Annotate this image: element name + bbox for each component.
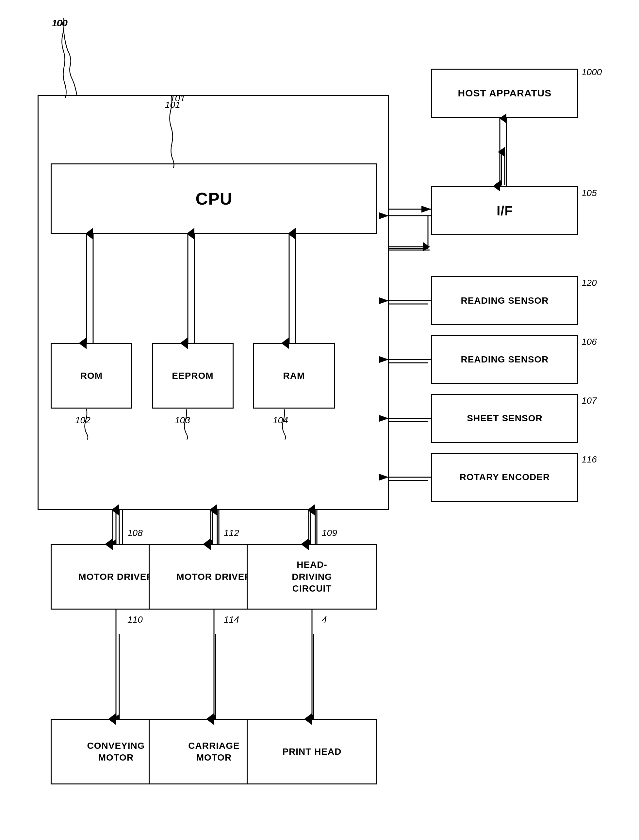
rotary-encoder-box: ROTARY ENCODER	[431, 453, 578, 502]
host-apparatus-label: HOST APPARATUS	[458, 88, 552, 99]
ref-102: 102	[75, 415, 91, 426]
eeprom-label: EEPROM	[172, 371, 213, 381]
motor-driver-108-label: MOTOR DRIVER	[78, 572, 153, 582]
reading-sensor-120-box: READING SENSOR	[431, 276, 578, 325]
ref-104: 104	[273, 415, 288, 426]
ref-110: 110	[127, 614, 143, 625]
rom-box: ROM	[51, 343, 132, 409]
ref-106: 106	[582, 337, 597, 347]
main-container	[38, 95, 389, 510]
cpu-box: CPU	[51, 164, 377, 234]
conveying-motor-label: CONVEYING MOTOR	[87, 740, 145, 764]
motor-driver-112-label: MOTOR DRIVER	[176, 572, 251, 582]
ref-105: 105	[582, 188, 597, 199]
ref-107: 107	[582, 396, 597, 406]
if-label: I/F	[497, 204, 513, 218]
ref-4: 4	[322, 614, 327, 625]
host-apparatus-box: HOST APPARATUS	[431, 68, 578, 118]
print-head-box: PRINT HEAD	[246, 719, 377, 784]
head-driving-box: HEAD- DRIVING CIRCUIT	[246, 544, 377, 609]
head-driving-label: HEAD- DRIVING CIRCUIT	[292, 559, 332, 595]
ram-label: RAM	[283, 371, 305, 381]
cpu-label: CPU	[196, 189, 233, 208]
eeprom-box: EEPROM	[152, 343, 234, 409]
ref-114: 114	[224, 614, 239, 625]
ref-100-label: 100	[52, 18, 67, 29]
if-box: I/F	[431, 186, 578, 235]
ref-109: 109	[322, 528, 337, 538]
sheet-sensor-box: SHEET SENSOR	[431, 394, 578, 443]
rotary-encoder-label: ROTARY ENCODER	[459, 472, 550, 482]
sheet-sensor-label: SHEET SENSOR	[467, 413, 542, 423]
print-head-label: PRINT HEAD	[282, 746, 342, 757]
ref-116: 116	[582, 454, 597, 465]
reading-sensor-106-box: READING SENSOR	[431, 335, 578, 384]
ref-112: 112	[224, 528, 239, 538]
ref-1000: 1000	[582, 67, 602, 78]
reading-sensor-120-label: READING SENSOR	[461, 296, 548, 306]
ref-120: 120	[582, 278, 597, 288]
ref-103: 103	[175, 415, 190, 426]
rom-label: ROM	[80, 371, 103, 381]
ram-box: RAM	[253, 343, 335, 409]
ref-101-label: 101	[170, 93, 185, 103]
carriage-motor-label: CARRIAGE MOTOR	[188, 740, 240, 764]
reading-sensor-106-label: READING SENSOR	[461, 354, 548, 365]
ref-108: 108	[127, 528, 143, 538]
